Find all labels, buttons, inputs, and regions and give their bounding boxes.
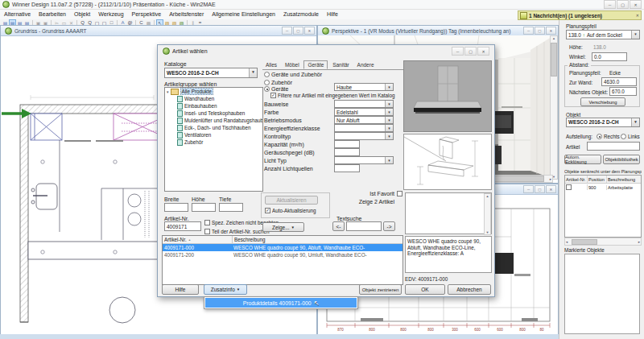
col-beschreibung[interactable]: Beschreibung <box>607 176 641 183</box>
ist-favorit-checkbox[interactable] <box>397 191 402 196</box>
hscroll-thumb[interactable] <box>494 176 544 182</box>
tab-andere[interactable]: Andere <box>354 61 378 68</box>
dialog-minimize-icon[interactable]: ─ <box>452 47 464 56</box>
col-position[interactable]: Position <box>588 176 607 183</box>
zur-wand-field[interactable]: 4630.0 <box>601 77 637 86</box>
tab-geraete[interactable]: Geräte <box>303 60 328 69</box>
grundriss-minimize-icon[interactable]: ─ <box>282 27 292 35</box>
tree-expander-icon[interactable]: ▾ <box>167 89 169 94</box>
dialog-close-icon[interactable]: ✕ <box>477 47 489 56</box>
scroll-right-icon[interactable]: ► <box>638 240 641 244</box>
elevation-close-icon[interactable]: ✕ <box>546 185 556 193</box>
textsuche-field[interactable] <box>346 221 382 231</box>
perspektive-close-icon[interactable]: ✕ <box>546 27 556 35</box>
preview-vscrollbar[interactable]: ▲ ▼ <box>484 193 491 235</box>
aktualisieren-button[interactable]: Aktualisieren <box>265 196 318 205</box>
autom-eckloesung-button[interactable]: Autom. Ecklösung <box>564 155 601 164</box>
ok-button[interactable]: OK <box>405 284 445 295</box>
results-header[interactable]: Artikel-Nr. ▲ Beschreibung <box>163 236 402 244</box>
notification-bar[interactable]: 1 Nachricht(en) (1 ungelesen) ✕ <box>518 10 642 20</box>
tree-item-muldenluefter[interactable]: Muldenlüfter und Randabzugshauben <box>165 117 262 124</box>
menu-werkzeug[interactable]: Werkzeug <box>94 10 127 19</box>
table-row[interactable]: 900 Arbeitsplatte <box>565 184 641 191</box>
scroll-right-icon[interactable]: ► <box>549 177 552 181</box>
perspektive-vscrollbar[interactable]: ▲ ▼ <box>550 35 558 180</box>
licht-typ-select[interactable] <box>334 156 394 164</box>
tree-item-eck-dach[interactable]: Eck-, Dach- und Tischhauben <box>165 124 262 131</box>
menu-hilfe[interactable]: Hilfe <box>323 10 342 19</box>
kataloge-select[interactable]: WESCO 2016-2 D-CH <box>164 68 258 78</box>
perspektive-minimize-icon[interactable]: ─ <box>523 27 534 35</box>
results-table[interactable]: Artikel-Nr. ▲ Beschreibung 4009171-000 W… <box>162 235 403 285</box>
artikelnr-field[interactable]: 4009171 <box>164 221 201 231</box>
scroll-up-icon[interactable]: ▲ <box>552 36 555 40</box>
betriebsmodus-select[interactable]: Nur Abluft <box>334 116 394 124</box>
hoehe-field[interactable] <box>192 203 216 212</box>
tree-item-wandhauben[interactable]: Wandhauben <box>165 95 262 102</box>
dialog-maximize-icon[interactable]: ▢ <box>464 47 477 56</box>
maximize-icon[interactable]: ▢ <box>617 0 629 9</box>
winkel-field[interactable]: 0.0 <box>592 52 627 61</box>
hilfe-button[interactable]: Hilfe <box>162 284 199 295</box>
auto-aktualisierung-checkbox[interactable] <box>265 208 270 213</box>
tree-item-ventilatoren[interactable]: Ventilatoren <box>165 131 262 138</box>
breite-field[interactable] <box>164 203 188 212</box>
rechts-radio[interactable] <box>597 134 602 139</box>
col-artikelnr[interactable]: Artikel-Nr. <box>565 176 588 183</box>
elevation-minimize-icon[interactable]: ─ <box>523 185 534 193</box>
energieeffizienz-select[interactable] <box>334 124 394 132</box>
menu-perspektive[interactable]: Perspektive <box>128 10 166 19</box>
farbe-select[interactable]: Edelstahl <box>334 108 394 116</box>
minimize-icon[interactable]: ─ <box>604 0 616 9</box>
naechstes-objekt-field[interactable]: 670.0 <box>609 87 637 96</box>
table-hscrollbar[interactable]: ◄ ► <box>564 238 642 246</box>
bauweise-select[interactable] <box>334 100 394 108</box>
dialog-titlebar[interactable]: Artikel wählen ─ ▢ ✕ <box>158 45 494 57</box>
grundriss-close-icon[interactable]: ✕ <box>304 27 315 35</box>
abbrechen-button[interactable]: Abbrechen <box>448 284 491 295</box>
tree-item-alle-produkte[interactable]: ▾ Alle Produkte <box>165 88 262 95</box>
textsuche-prev-button[interactable]: <- <box>332 221 345 231</box>
result-row[interactable]: 4009171-200 WESCO WHE quadro coupé 90, U… <box>163 251 402 258</box>
tab-alles[interactable]: Alles <box>262 61 280 68</box>
row-checkbox[interactable] <box>566 184 572 190</box>
objekt-zentrieren-button[interactable]: Objekt zentrieren <box>359 284 402 295</box>
spez-zeichen-checkbox[interactable] <box>204 220 210 225</box>
tab-moebel[interactable]: Möbel <box>282 61 303 68</box>
menu-arbeitsfenster[interactable]: Arbeitsfenster <box>165 10 208 19</box>
kapazitaet-field[interactable] <box>334 140 360 148</box>
anzahl-lichtquellen-field[interactable] <box>334 164 360 172</box>
objektbibliothek-button[interactable]: Objektbibliothek <box>603 155 640 164</box>
zeige-button[interactable]: Zeige... ▼ <box>262 222 304 232</box>
notification-close-icon[interactable]: ✕ <box>636 13 639 18</box>
table-hscroll-thumb[interactable] <box>572 239 597 245</box>
scroll-down-icon[interactable]: ▼ <box>486 230 489 234</box>
geraetetyp-select[interactable]: Haube <box>334 83 394 91</box>
menu-alternative[interactable]: Alternative <box>0 10 35 19</box>
tree-item-einbauhauben[interactable]: Einbauhauben <box>165 102 262 110</box>
produktdetails-menu-item[interactable]: Produktdetails 4009171-000 ↖ <box>205 298 357 308</box>
tree-item-insel[interactable]: Insel- und Teleskophauben <box>165 110 262 117</box>
objekte-table[interactable]: Artikel-Nr. Position Beschreibung 900 Ar… <box>564 175 642 238</box>
grundriss-maximize-icon[interactable]: ▢ <box>293 27 303 35</box>
scroll-up-icon[interactable]: ▲ <box>486 194 489 198</box>
zubehoer-radio[interactable] <box>264 80 270 85</box>
close-icon[interactable]: ✕ <box>630 0 642 9</box>
perspektive-maximize-icon[interactable]: ▢ <box>535 27 545 35</box>
preview-list[interactable]: ▲ ▼ <box>405 192 492 234</box>
menu-bearbeiten[interactable]: Bearbeiten <box>35 10 70 19</box>
vscroll-thumb[interactable] <box>551 43 557 76</box>
zusatzinfo-button[interactable]: Zusatzinfo ▼ <box>204 284 247 295</box>
planungspfeil-select[interactable]: 138.0 ↑ Auf dem Sockel <box>566 30 640 39</box>
kontrolltyp-select[interactable] <box>334 132 394 140</box>
scroll-left-icon[interactable]: ◄ <box>565 240 568 244</box>
elevation-maximize-icon[interactable]: ▢ <box>535 185 545 193</box>
links-radio[interactable] <box>621 134 626 139</box>
geraeuschpegel-field[interactable] <box>334 148 360 156</box>
markierte-objekte-list[interactable] <box>564 254 640 334</box>
geraete-und-zubehoer-radio[interactable] <box>264 72 270 77</box>
verschiebung-button[interactable]: Verschiebung <box>580 97 625 106</box>
objekt-select[interactable]: WESCO 2016-2 D-CH <box>566 118 640 127</box>
menu-objekt[interactable]: Objekt <box>70 10 94 19</box>
geraete-radio[interactable] <box>264 86 270 92</box>
